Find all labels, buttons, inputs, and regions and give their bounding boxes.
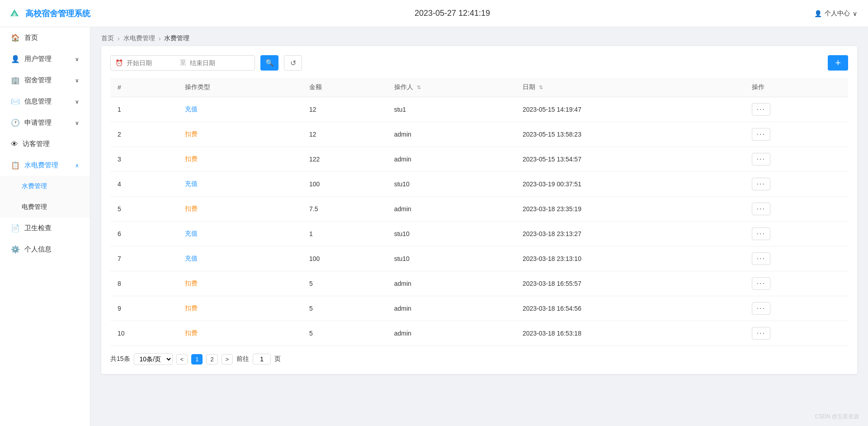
table-row: 9 扣费 5 admin 2023-03-18 16:54:56 ···: [110, 296, 848, 321]
more-action-button[interactable]: ···: [752, 203, 770, 215]
cell-operator: stu1: [387, 97, 515, 122]
user-menu[interactable]: 👤 个人中心 ∨: [814, 9, 857, 18]
visitor-icon: 👁: [11, 140, 18, 148]
more-action-button[interactable]: ···: [752, 128, 770, 141]
breadcrumb: 首页 › 水电费管理 › 水费管理: [90, 27, 868, 46]
sidebar-item-visitor[interactable]: 👁 访客管理: [0, 133, 90, 155]
cell-operator: stu10: [387, 172, 515, 197]
cell-type: 扣费: [178, 147, 302, 172]
cell-type: 扣费: [178, 122, 302, 147]
sidebar-item-info[interactable]: ✉️ 信息管理 ∨: [0, 91, 90, 112]
cell-amount: 5: [302, 321, 387, 346]
cell-operator: admin: [387, 147, 515, 172]
cell-type: 扣费: [178, 197, 302, 222]
sidebar-item-home[interactable]: 🏠 首页: [0, 27, 90, 48]
more-action-button[interactable]: ···: [752, 103, 770, 116]
add-icon: +: [835, 58, 841, 68]
cell-operator: admin: [387, 321, 515, 346]
calendar-icon: ⏰: [115, 59, 123, 66]
col-date[interactable]: 日期 ⇅: [515, 78, 745, 97]
search-button[interactable]: 🔍: [260, 55, 278, 71]
sidebar-label-sanitation: 卫生检查: [24, 224, 52, 232]
table-body: 1 充值 12 stu1 2023-05-15 14:19:47 ··· 2 扣…: [110, 97, 848, 346]
prev-page-button[interactable]: <: [176, 354, 188, 364]
breadcrumb-utility[interactable]: 水电费管理: [123, 34, 155, 43]
breadcrumb-water: 水费管理: [164, 34, 189, 43]
add-button[interactable]: +: [828, 55, 848, 71]
total-count: 共15条: [110, 355, 130, 363]
cell-index: 7: [110, 246, 178, 271]
chevron-icon-utility: ∧: [75, 162, 79, 169]
sidebar-label-electric: 电费管理: [22, 203, 47, 211]
sidebar-item-utility[interactable]: 📋 水电费管理 ∧: [0, 155, 90, 176]
sidebar-item-sanitation[interactable]: 📄 卫生检查: [0, 218, 90, 239]
toolbar: ⏰ 至 🔍 ↺ +: [110, 55, 848, 71]
cell-action: ···: [745, 271, 848, 296]
table-row: 5 扣费 7.5 admin 2023-03-18 23:35:19 ···: [110, 197, 848, 222]
goto-page-input[interactable]: [253, 354, 271, 364]
reset-button[interactable]: ↺: [284, 55, 302, 71]
sidebar-label-info: 信息管理: [24, 97, 52, 106]
cell-date: 2023-05-15 13:58:23: [515, 122, 745, 147]
page-2-button[interactable]: 2: [206, 354, 217, 364]
cell-amount: 12: [302, 122, 387, 147]
sidebar-item-apply[interactable]: 🕐 申请管理 ∨: [0, 112, 90, 133]
per-page-select[interactable]: 10条/页 20条/页 50条/页: [134, 353, 173, 365]
home-icon: 🏠: [11, 33, 20, 42]
sidebar-item-dorm[interactable]: 🏢 宿舍管理 ∨: [0, 70, 90, 91]
cell-action: ···: [745, 296, 848, 321]
cell-action: ···: [745, 222, 848, 246]
cell-action: ···: [745, 147, 848, 172]
more-action-button[interactable]: ···: [752, 327, 770, 340]
col-type: 操作类型: [178, 78, 302, 97]
table-row: 7 充值 100 stu10 2023-03-18 23:13:10 ···: [110, 246, 848, 271]
header-left: V 高校宿舍管理系统: [0, 3, 90, 24]
more-action-button[interactable]: ···: [752, 227, 770, 240]
more-action-button[interactable]: ···: [752, 302, 770, 315]
cell-date: 2023-03-19 00:37:51: [515, 172, 745, 197]
next-page-button[interactable]: >: [222, 354, 233, 364]
app-title: 高校宿舍管理系统: [25, 8, 90, 19]
table-row: 10 扣费 5 admin 2023-03-18 16:53:18 ···: [110, 321, 848, 346]
breadcrumb-sep-1: ›: [118, 35, 120, 42]
chevron-icon-apply: ∨: [75, 120, 79, 126]
end-date-input[interactable]: [190, 59, 240, 66]
more-action-button[interactable]: ···: [752, 252, 770, 265]
cell-amount: 7.5: [302, 197, 387, 222]
sidebar-item-electric[interactable]: 电费管理: [0, 197, 90, 218]
col-operator[interactable]: 操作人 ⇅: [387, 78, 515, 97]
cell-index: 10: [110, 321, 178, 346]
cell-amount: 100: [302, 172, 387, 197]
cell-type: 充值: [178, 246, 302, 271]
more-action-button[interactable]: ···: [752, 178, 770, 190]
cell-index: 2: [110, 122, 178, 147]
page-unit: 页: [274, 355, 281, 363]
sidebar-item-profile[interactable]: ⚙️ 个人信息: [0, 239, 90, 260]
sidebar: 🏠 首页 👤 用户管理 ∨ 🏢 宿舍管理 ∨ ✉️ 信息管理 ∨ 🕐 申请管理 …: [0, 27, 90, 426]
layout: 🏠 首页 👤 用户管理 ∨ 🏢 宿舍管理 ∨ ✉️ 信息管理 ∨ 🕐 申请管理 …: [0, 27, 868, 426]
breadcrumb-home[interactable]: 首页: [101, 34, 114, 43]
reset-icon: ↺: [290, 59, 296, 67]
page-1-button[interactable]: 1: [191, 354, 203, 364]
cell-action: ···: [745, 246, 848, 271]
user-icon: 👤: [814, 10, 822, 17]
cell-date: 2023-03-18 23:13:27: [515, 222, 745, 246]
sidebar-label-profile: 个人信息: [24, 245, 52, 254]
cell-operator: admin: [387, 271, 515, 296]
cell-operator: admin: [387, 197, 515, 222]
goto-label: 前往: [236, 355, 249, 363]
cell-amount: 5: [302, 296, 387, 321]
sidebar-item-water[interactable]: 水费管理: [0, 176, 90, 197]
apply-icon: 🕐: [11, 118, 20, 127]
more-action-button[interactable]: ···: [752, 153, 770, 166]
sidebar-label-water: 水费管理: [22, 182, 47, 190]
date-range-picker[interactable]: ⏰ 至: [110, 55, 255, 71]
more-action-button[interactable]: ···: [752, 277, 770, 290]
start-date-input[interactable]: [127, 59, 176, 66]
cell-operator: admin: [387, 296, 515, 321]
sidebar-label-user: 用户管理: [24, 55, 52, 63]
sidebar-item-user[interactable]: 👤 用户管理 ∨: [0, 48, 90, 70]
cell-index: 5: [110, 197, 178, 222]
profile-icon: ⚙️: [11, 245, 20, 254]
table-row: 4 充值 100 stu10 2023-03-19 00:37:51 ···: [110, 172, 848, 197]
